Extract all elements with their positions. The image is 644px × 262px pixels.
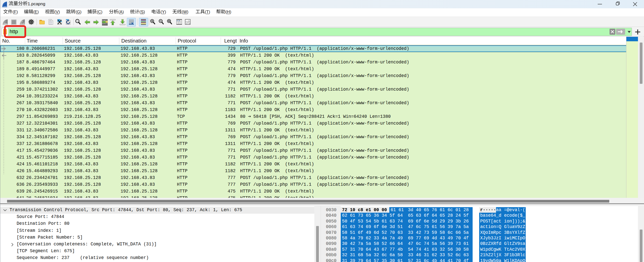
svg-text:0111: 0111 <box>49 23 52 25</box>
svg-text:3: 3 <box>189 22 190 25</box>
svg-text:1: 1 <box>188 20 190 22</box>
svg-text:2: 2 <box>186 22 187 25</box>
